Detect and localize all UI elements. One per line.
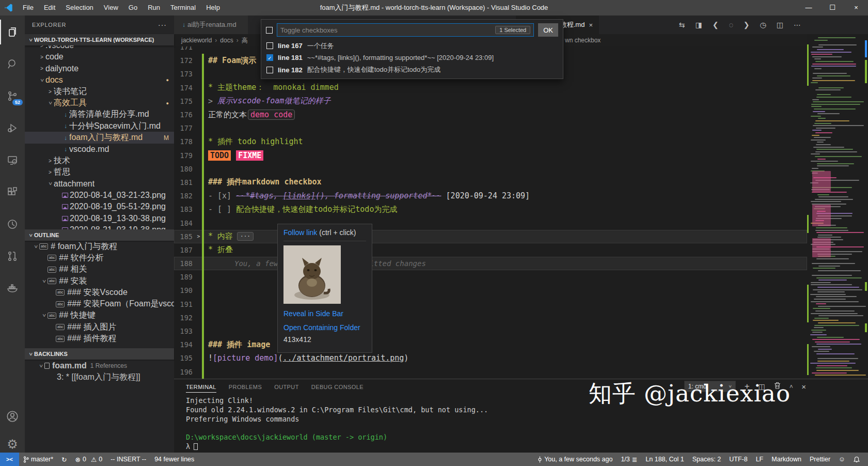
item-checkbox[interactable] [266, 42, 273, 49]
line-number[interactable]: 172 [174, 56, 195, 65]
outline-item[interactable]: abc### 安装Foam（Foam是vscode的... [25, 298, 174, 309]
open-preview-icon[interactable]: ◨ [696, 21, 702, 29]
tree-item[interactable]: >哲思 [25, 166, 174, 178]
line-number[interactable]: 176 [174, 111, 195, 119]
tab-ai-renata[interactable]: ↓ ai助手renata.md [174, 15, 248, 34]
backlink-reference-row[interactable]: 3: * [[foam入门与教程]] [25, 371, 174, 383]
selection-count-item[interactable]: 1/3 ≣ [617, 456, 641, 463]
quick-pick-input[interactable]: Toggle checkboxes 1 Selected [277, 23, 534, 37]
indentation-item[interactable]: Spaces: 2 [688, 456, 725, 463]
problems-item[interactable]: ⊗0 ⚠0 [71, 456, 107, 463]
fold-chevron-icon[interactable]: > [195, 234, 202, 239]
close-tab-icon[interactable]: × [589, 21, 593, 29]
tree-item[interactable]: >code [25, 51, 174, 63]
quick-pick-item[interactable]: ✓line 181~~*#tags, [links](), formatting… [261, 52, 563, 64]
tree-item[interactable]: >高效工具● [25, 97, 174, 108]
quick-pick-item[interactable]: line 182配合快捷键，快速创建todo并标记todo为完成 [261, 64, 563, 76]
follow-link[interactable]: Follow link [283, 228, 317, 237]
cursor-position[interactable]: Ln 188, Col 1 [641, 456, 688, 463]
close-panel-icon[interactable]: × [801, 382, 806, 391]
terminal-output[interactable]: Injecting Clink!Found old 2.24.1.windows… [186, 396, 488, 452]
tree-item[interactable]: ↓滴答清单使用分享.md [25, 109, 174, 120]
explorer-icon[interactable] [0, 20, 25, 44]
minimize-button[interactable]: — [797, 0, 820, 15]
line-number[interactable]: 185 [174, 232, 195, 241]
history-icon[interactable] [0, 212, 25, 237]
line-number[interactable]: 195 [174, 354, 195, 362]
line-number[interactable]: 190 [174, 286, 195, 294]
outline-section-header[interactable]: > OUTLINE [25, 229, 174, 241]
gitlens-blame-item[interactable]: You, a few seconds ago [533, 456, 617, 463]
tree-item[interactable]: >技术 [25, 155, 174, 166]
outline-item[interactable]: abc### 插入图片 [25, 321, 174, 333]
remote-explorer-icon[interactable] [0, 148, 25, 173]
menu-view[interactable]: View [99, 0, 123, 15]
language-item[interactable]: Markdown [767, 456, 806, 463]
change-dot-icon[interactable]: ◌ [729, 21, 733, 29]
line-number[interactable]: 196 [174, 368, 195, 376]
tree-item[interactable]: >attachment [25, 178, 174, 190]
line-number[interactable]: 178 [174, 137, 195, 146]
feedback-icon[interactable]: ☺ [834, 456, 849, 463]
previous-change-icon[interactable]: ❮ [713, 21, 719, 29]
line-number[interactable]: 175 [174, 97, 195, 105]
source-control-icon[interactable]: 52 [0, 84, 25, 108]
line-number[interactable]: 189 [174, 273, 195, 281]
panel-tab-problems[interactable]: PROBLEMS [229, 382, 262, 392]
backlinks-section-header[interactable]: > BACKLINKS [25, 348, 174, 360]
line-number[interactable]: 187 [174, 246, 195, 254]
item-checkbox[interactable]: ✓ [266, 54, 273, 61]
line-number[interactable]: 182 [174, 192, 195, 200]
open-containing-folder-link[interactable]: Open Containing Folder [283, 323, 366, 332]
outline-item[interactable]: abc### 安装Vscode [25, 287, 174, 298]
workspace-section-header[interactable]: > WORLD-TORCH-TTS-LEARN (WORKSPACE) [25, 34, 174, 45]
tree-item[interactable]: 2020-08-21_03-19-38.png [25, 224, 174, 229]
outline-item[interactable]: >abc## 安装 [25, 275, 174, 287]
outline-item[interactable]: >abc# foam入门与教程 [25, 241, 174, 252]
tree-item[interactable]: >读书笔记 [25, 86, 174, 97]
tree-item[interactable]: ↓vscode.md [25, 144, 174, 155]
line-number[interactable]: 188 [174, 259, 195, 268]
formatter-item[interactable]: Prettier [806, 456, 834, 463]
breadcrumb-item[interactable]: docs [220, 37, 233, 44]
remote-indicator[interactable]: >< [0, 453, 19, 466]
toggle-all-checkbox[interactable] [266, 27, 273, 34]
toggle-changes-icon[interactable]: ⇆ [679, 21, 685, 29]
line-number[interactable]: 173 [174, 70, 195, 78]
tree-item[interactable]: 2020-08-14_03-21-23.png [25, 190, 174, 201]
menu-go[interactable]: Go [123, 0, 143, 15]
line-number[interactable]: 191 [174, 300, 195, 308]
tree-item[interactable]: >docs● [25, 74, 174, 86]
pull-request-icon[interactable] [0, 244, 25, 269]
menu-file[interactable]: File [18, 0, 39, 15]
more-actions-icon[interactable]: ⋯ [794, 21, 801, 29]
line-number[interactable]: 194 [174, 340, 195, 349]
breadcrumb-item[interactable]: 高 [242, 36, 248, 45]
tree-item[interactable]: 2020-08-19_13-30-38.png [25, 212, 174, 224]
notifications-bell-icon[interactable] [849, 456, 864, 463]
line-number[interactable]: 177 [174, 124, 195, 132]
panel-tab-debug-console[interactable]: DEBUG CONSOLE [311, 382, 364, 392]
sidebar-more-actions-icon[interactable]: ··· [158, 21, 167, 29]
next-change-icon[interactable]: ❯ [744, 21, 750, 29]
reveal-in-sidebar-link[interactable]: Reveal in Side Bar [283, 309, 366, 318]
menu-help[interactable]: Help [201, 0, 225, 15]
menu-terminal[interactable]: Terminal [165, 0, 201, 15]
line-number[interactable]: 180 [174, 165, 195, 173]
line-number[interactable]: 183 [174, 205, 195, 213]
menu-run[interactable]: Run [143, 0, 165, 15]
line-number[interactable]: 193 [174, 327, 195, 335]
account-icon[interactable] [0, 404, 25, 429]
line-number[interactable]: 184 [174, 219, 195, 227]
outline-item[interactable]: abc## 软件分析 [25, 252, 174, 263]
line-number[interactable]: 181 [174, 178, 195, 187]
quick-pick-item[interactable]: line 167一个任务 [261, 40, 563, 52]
outline-item[interactable]: abc### 插件教程 [25, 333, 174, 344]
extensions-icon[interactable] [0, 180, 25, 205]
ok-button[interactable]: OK [538, 23, 558, 37]
breadcrumb-item[interactable]: jackieworld [181, 37, 212, 44]
tree-item[interactable]: >dailynote [25, 63, 174, 74]
tree-item[interactable]: ↓十分钟Spacevim入门.md [25, 120, 174, 132]
timeline-icon[interactable]: ◷ [760, 21, 766, 29]
line-number[interactable]: 174 [174, 84, 195, 92]
